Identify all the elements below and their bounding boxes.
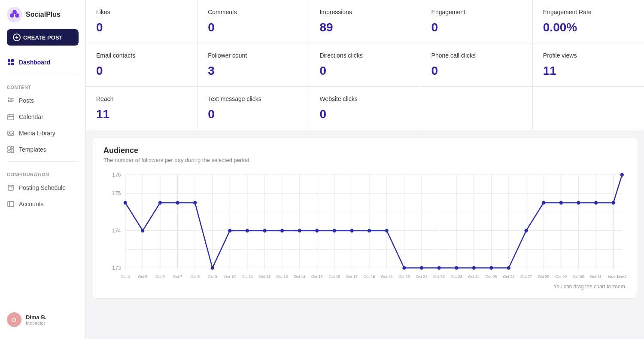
stat-label-engagement: Engagement bbox=[431, 9, 522, 15]
audience-section: Audience The number of followers per day… bbox=[93, 137, 637, 299]
svg-text:Oct 27: Oct 27 bbox=[520, 274, 532, 279]
stat-value-profile-views: 11 bbox=[543, 64, 634, 78]
svg-rect-11 bbox=[8, 100, 9, 102]
logo-area: SocialPlus bbox=[0, 7, 85, 29]
chart-dot bbox=[124, 201, 127, 205]
chart-dot bbox=[455, 266, 458, 270]
content-section-label: Content bbox=[0, 78, 85, 92]
svg-text:Oct 14: Oct 14 bbox=[294, 274, 305, 279]
calendar-icon bbox=[7, 113, 15, 121]
divider-2 bbox=[7, 161, 79, 162]
svg-text:Oct 13: Oct 13 bbox=[276, 274, 288, 279]
sidebar-item-posting-schedule[interactable]: Posting Schedule bbox=[0, 180, 85, 196]
stat-label-text-message-clicks: Text message clicks bbox=[208, 95, 298, 102]
chart-dot bbox=[228, 229, 231, 233]
svg-text:Oct 30: Oct 30 bbox=[573, 274, 584, 279]
svg-text:Oct 28: Oct 28 bbox=[538, 274, 550, 279]
svg-rect-7 bbox=[11, 63, 14, 65]
svg-text:173: 173 bbox=[112, 265, 121, 271]
stat-value-follower-count: 3 bbox=[208, 64, 298, 78]
svg-rect-8 bbox=[8, 98, 9, 99]
sidebar-item-dashboard[interactable]: Dashboard bbox=[0, 54, 85, 70]
stat-card-empty bbox=[421, 87, 532, 130]
logo-icon bbox=[7, 7, 22, 22]
sidebar-item-media-library[interactable]: Media Library bbox=[0, 125, 85, 141]
sidebar-item-accounts[interactable]: Accounts bbox=[0, 196, 85, 212]
chart-dot bbox=[507, 266, 510, 270]
stat-card-directions-clicks: Directions clicks 0 bbox=[309, 43, 420, 86]
app-name: SocialPlus bbox=[26, 11, 61, 18]
stat-value-engagement-rate: 0.00% bbox=[543, 21, 634, 34]
sidebar-dashboard-label: Dashboard bbox=[19, 59, 50, 66]
stat-card-engagement-rate: Engagement Rate 0.00% bbox=[533, 0, 644, 43]
stat-card-comments: Comments 0 bbox=[197, 0, 309, 43]
stats-row-3: Reach 11 Text message clicks 0 Website c… bbox=[86, 87, 644, 130]
svg-rect-10 bbox=[10, 99, 12, 100]
svg-text:Oct 8: Oct 8 bbox=[190, 274, 200, 279]
stat-value-impressions: 89 bbox=[319, 21, 410, 34]
create-post-button[interactable]: + CREATE POST bbox=[7, 29, 79, 46]
svg-point-0 bbox=[7, 7, 22, 22]
chart-dot bbox=[263, 229, 266, 233]
chart-dot bbox=[141, 229, 144, 233]
posts-icon bbox=[7, 97, 15, 104]
svg-rect-14 bbox=[8, 115, 14, 120]
stat-label-impressions: Impressions bbox=[319, 9, 410, 15]
svg-text:Oct 11: Oct 11 bbox=[242, 274, 253, 279]
sidebar-item-templates[interactable]: Templates bbox=[0, 141, 85, 158]
stat-label-reach: Reach bbox=[96, 95, 187, 102]
svg-rect-13 bbox=[10, 101, 12, 102]
svg-text:Oct 22: Oct 22 bbox=[433, 274, 445, 279]
chart-dot bbox=[402, 266, 406, 270]
stat-card-likes: Likes 0 bbox=[86, 0, 197, 43]
chart-dot bbox=[211, 266, 214, 270]
stat-label-website-clicks: Website clicks bbox=[319, 95, 410, 102]
chart-dot bbox=[620, 173, 624, 177]
svg-rect-9 bbox=[10, 98, 14, 99]
avatar: D bbox=[7, 312, 21, 327]
svg-text:174: 174 bbox=[112, 228, 121, 234]
svg-rect-12 bbox=[10, 101, 14, 101]
svg-text:Oct 26: Oct 26 bbox=[503, 274, 515, 279]
svg-text:Oct 24: Oct 24 bbox=[468, 274, 480, 279]
stat-card-text-message-clicks: Text message clicks 0 bbox=[197, 87, 309, 130]
svg-rect-24 bbox=[8, 202, 14, 207]
chart-dot bbox=[594, 201, 598, 205]
stat-card-engagement: Engagement 0 bbox=[421, 0, 532, 43]
stat-value-email-contacts: 0 bbox=[96, 64, 187, 78]
svg-rect-21 bbox=[11, 147, 14, 148]
chart-drag-hint: You can drag the chart to zoom. bbox=[103, 284, 626, 290]
svg-text:Oct 20: Oct 20 bbox=[398, 274, 410, 279]
svg-text:Oct 5: Oct 5 bbox=[138, 274, 147, 279]
sidebar-templates-label: Templates bbox=[19, 146, 46, 153]
svg-rect-22 bbox=[11, 149, 14, 153]
svg-point-3 bbox=[12, 10, 17, 14]
stats-row-1: Likes 0 Comments 0 Impressions 89 Engage… bbox=[86, 0, 644, 43]
stat-label-directions-clicks: Directions clicks bbox=[319, 52, 410, 59]
sidebar-item-calendar[interactable]: Calendar bbox=[0, 109, 85, 125]
svg-text:Oct 31: Oct 31 bbox=[590, 274, 602, 279]
chart-dot bbox=[298, 229, 301, 233]
config-section-label: Configuration bbox=[0, 165, 85, 180]
stat-value-engagement: 0 bbox=[431, 21, 522, 34]
svg-text:Oct 23: Oct 23 bbox=[451, 274, 462, 279]
chart-dot bbox=[315, 229, 319, 233]
sidebar-media-library-label: Media Library bbox=[19, 130, 55, 137]
audience-chart-line bbox=[125, 175, 622, 268]
stat-label-comments: Comments bbox=[208, 9, 298, 15]
stat-card-impressions: Impressions 89 bbox=[309, 0, 420, 43]
create-post-label: CREATE POST bbox=[23, 34, 63, 41]
svg-text:Oct 7: Oct 7 bbox=[173, 274, 182, 279]
stats-row-2: Email contacts 0 Follower count 3 Direct… bbox=[86, 43, 644, 87]
stat-label-likes: Likes bbox=[96, 9, 187, 15]
sidebar-item-posts[interactable]: Posts bbox=[0, 92, 85, 109]
svg-text:Oct 10: Oct 10 bbox=[224, 274, 236, 279]
svg-rect-20 bbox=[8, 147, 10, 150]
stat-label-follower-count: Follower count bbox=[208, 52, 298, 59]
svg-text:Oct 29: Oct 29 bbox=[555, 274, 567, 279]
user-info: Dima B. Inovector bbox=[26, 314, 46, 326]
stat-value-text-message-clicks: 0 bbox=[208, 107, 298, 121]
svg-rect-6 bbox=[8, 63, 10, 65]
svg-text:Oct 17: Oct 17 bbox=[346, 274, 358, 279]
svg-text:Oct 12: Oct 12 bbox=[259, 274, 270, 279]
